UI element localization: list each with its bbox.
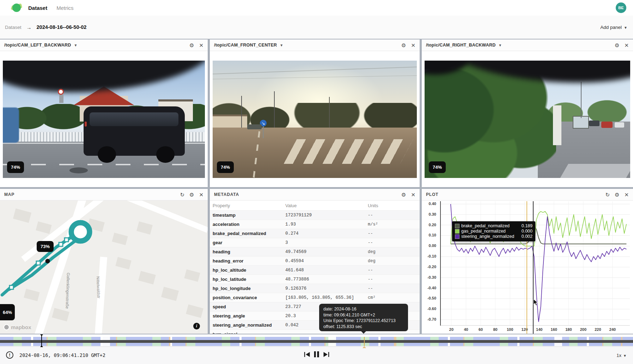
timeline-playhead[interactable] (41, 335, 42, 346)
meta-units: deg (368, 259, 420, 264)
timeline-center-bar[interactable] (0, 340, 633, 343)
tab-metrics[interactable]: Metrics (56, 5, 73, 11)
x-tick-label: 100 (505, 327, 515, 332)
timeline-scrubber[interactable] (0, 334, 633, 346)
y-tick-label: -0.30 (422, 275, 436, 279)
x-tick-label: 180 (563, 327, 574, 332)
mapbox-wordmark: mapbox (11, 324, 31, 330)
topic-select[interactable]: /topic/CAM_FRONT_CENTER (214, 43, 277, 48)
street-label: Nittelwaldstr (96, 276, 101, 298)
timeline-track-bottom[interactable] (0, 343, 633, 346)
meta-value: [163.805, 163.805, 655.36] (285, 295, 368, 300)
table-row: acceleration 1.93 m/s² (210, 220, 420, 229)
refresh-icon[interactable]: ↻ (180, 192, 184, 197)
panel-cam-left-backward: /topic/CAM_LEFT_BACKWARD ▼ ⚙ ✕ (0, 39, 208, 187)
meta-value: 9.126376 (285, 286, 368, 291)
gear-icon[interactable]: ⚙ (615, 192, 619, 197)
legend-row: brake_pedal_normalized0.189 (455, 223, 532, 229)
x-tick-label: 240 (607, 327, 618, 332)
column-header-value: Value (285, 203, 368, 208)
table-row: gear 3 -- (210, 238, 420, 247)
lamp-pole (581, 82, 582, 118)
x-axis: 20406080100120140160180200220240 (440, 327, 630, 333)
meta-property: timestamp (210, 212, 285, 218)
close-icon[interactable]: ✕ (199, 43, 203, 48)
y-tick-label: -0.70 (422, 317, 436, 321)
chevron-down-icon[interactable]: ▼ (498, 43, 502, 47)
topic-select[interactable]: /topic/CAM_RIGHT_BACKWARD (426, 43, 495, 48)
brand-logo[interactable] (11, 2, 22, 13)
logo-core (12, 4, 21, 12)
panel-header: /topic/CAM_LEFT_BACKWARD ▼ ⚙ ✕ (0, 39, 208, 51)
info-icon[interactable]: i (193, 323, 200, 329)
route-waypoint (36, 261, 40, 265)
skip-to-end-button[interactable] (323, 352, 329, 357)
meta-value: 48.773886 (285, 277, 368, 282)
sign-pole (263, 126, 264, 138)
camera-image[interactable]: 74% (425, 61, 630, 178)
pause-button[interactable] (314, 351, 319, 357)
gear-icon[interactable]: ⚙ (189, 192, 194, 197)
table-row: heading_error 0.45594 deg (210, 257, 420, 266)
meta-property: hp_loc_longitude (210, 286, 285, 291)
top-bar: Dataset Metrics BE (0, 0, 633, 16)
current-timestamp: 2024-08-16, 09:06:41.210 GMT+2 (19, 352, 105, 358)
playback-speed[interactable]: 1x▼ (616, 353, 627, 358)
map-canvas[interactable]: 73% 64% Gallenklingenstraße Nittelwaldst… (0, 200, 208, 334)
chevron-down-icon[interactable]: ▼ (280, 43, 283, 47)
map-zoom-badge: 73% (37, 241, 54, 252)
white-pillar (553, 105, 561, 145)
legend-rows: brake_pedal_normalized0.189gas_pedal_nor… (455, 223, 532, 239)
meta-property: steering_angle (210, 313, 285, 319)
mapbox-icon (4, 324, 10, 330)
lamp-pole (329, 97, 330, 128)
y-tick-label: -0.10 (422, 254, 436, 258)
close-icon[interactable]: ✕ (411, 192, 415, 197)
close-icon[interactable]: ✕ (624, 43, 629, 48)
refresh-icon[interactable]: ↻ (605, 192, 610, 197)
tab-dataset[interactable]: Dataset (28, 5, 47, 11)
gear-icon[interactable]: ⚙ (189, 43, 194, 48)
breadcrumb-root[interactable]: Dataset (5, 25, 22, 30)
timestamp-tooltip: date: 2024-08-16 time: 09:06:41.210 GMT+… (319, 304, 408, 331)
road-sign (58, 89, 64, 95)
tail-light (85, 122, 87, 127)
plot-area[interactable]: 0.400.300.200.100.00-0.10-0.20-0.30-0.40… (422, 200, 633, 334)
gear-icon[interactable]: ⚙ (401, 43, 406, 48)
add-panel-label: Add panel (600, 25, 622, 30)
panel-cam-right-backward: /topic/CAM_RIGHT_BACKWARD ▼ ⚙ ✕ 74% (422, 39, 633, 187)
camera-image[interactable]: 74% (3, 61, 205, 178)
red-car (601, 122, 613, 128)
panel-header: MAP ↻ ⚙ ✕ (0, 189, 208, 200)
meta-units: -- (368, 240, 420, 245)
chevron-down-icon[interactable]: ▼ (74, 43, 78, 47)
lamp-pole (274, 91, 275, 129)
meta-units: -- (368, 231, 420, 236)
topic-select[interactable]: /topic/CAM_LEFT_BACKWARD (4, 43, 71, 48)
close-icon[interactable]: ✕ (199, 192, 203, 197)
panel-cam-front-center: /topic/CAM_FRONT_CENTER ▼ ⚙ ✕ ↘ 74% (210, 39, 420, 187)
y-axis: 0.400.300.200.100.00-0.10-0.20-0.30-0.40… (422, 200, 436, 334)
mapbox-attribution[interactable]: mapbox (4, 324, 31, 330)
gear-icon[interactable]: ⚙ (401, 192, 406, 197)
white-car (615, 122, 624, 128)
alert-icon[interactable]: ! (6, 351, 13, 359)
camera-image[interactable]: ↘ 74% (213, 61, 417, 178)
map-corner-badge: 64% (0, 304, 15, 320)
parked-car (247, 124, 262, 129)
gear-icon[interactable]: ⚙ (615, 43, 619, 48)
y-tick-label: 0.20 (422, 223, 436, 227)
timeline-track-top[interactable] (0, 337, 633, 340)
close-icon[interactable]: ✕ (624, 192, 629, 197)
close-icon[interactable]: ✕ (411, 43, 415, 48)
playback-controls (304, 351, 329, 357)
add-panel-button[interactable]: Add panel▼ (600, 25, 627, 30)
table-row: timestamp 1723791129 -- (210, 211, 420, 220)
breadcrumb-bar: Dataset → 2024-08-16--06-50-02 Add panel… (0, 16, 633, 39)
route-waypoint (59, 242, 63, 246)
user-avatar[interactable]: BE (616, 2, 626, 13)
app-window: { "topbar": { "tabs": [ {"label": "Datas… (0, 0, 633, 364)
skip-to-start-button[interactable] (304, 352, 310, 357)
zoom-level-badge: 74% (217, 161, 234, 173)
meta-property: acceleration (210, 222, 285, 227)
